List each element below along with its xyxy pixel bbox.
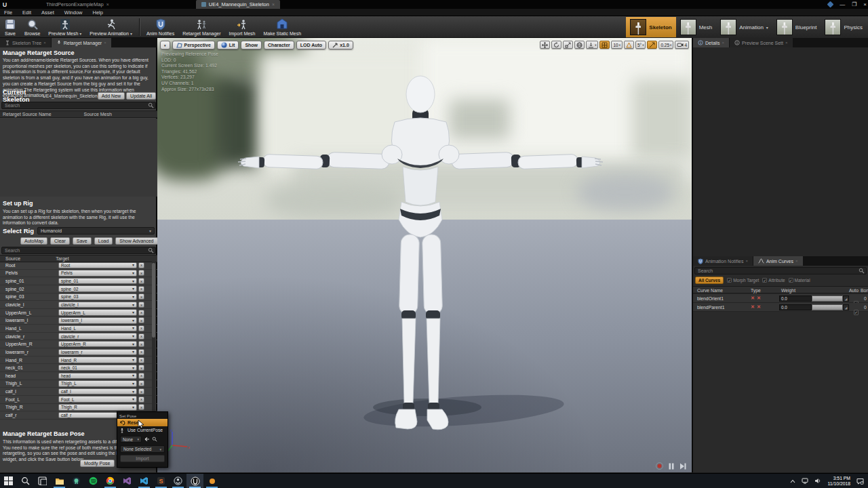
weight-input[interactable]: 0.0: [779, 304, 812, 310]
anim-notifies-button[interactable]: Anim Notifies: [142, 16, 178, 38]
close-icon[interactable]: ×: [745, 259, 748, 263]
checkbox-checked-icon[interactable]: ✓: [762, 278, 767, 283]
clear-mapping-button[interactable]: x: [138, 341, 144, 347]
save-button[interactable]: Save: [0, 16, 20, 38]
clear-button[interactable]: Clear: [50, 237, 70, 245]
obs-taskbar-icon[interactable]: [170, 474, 186, 488]
retarget-source-list[interactable]: [0, 119, 157, 197]
maximize-button[interactable]: ❐: [852, 1, 856, 7]
clear-mapping-button[interactable]: x: [138, 388, 144, 394]
help-gem-icon[interactable]: [827, 1, 834, 8]
target-bone-dropdown[interactable]: head▾: [58, 373, 137, 380]
gitkraken-taskbar-icon[interactable]: [68, 474, 85, 488]
substance-taskbar-icon[interactable]: S: [153, 474, 170, 488]
checkbox-checked-icon[interactable]: ✓: [789, 278, 793, 283]
close-icon[interactable]: ×: [722, 41, 724, 45]
spotify-taskbar-icon[interactable]: [85, 474, 102, 488]
target-bone-dropdown[interactable]: lowerarm_r▾: [58, 349, 137, 356]
menu-file[interactable]: File: [4, 9, 12, 16]
preview-mesh-button[interactable]: Preview Mesh▾: [44, 16, 85, 38]
target-bone-dropdown[interactable]: calf_l▾: [58, 388, 137, 395]
viewport-options-button[interactable]: ▾: [160, 41, 170, 49]
target-bone-dropdown[interactable]: spine_02▾: [58, 285, 137, 292]
weight-stepper[interactable]: ◢: [843, 296, 849, 302]
tray-chevron-icon[interactable]: [790, 479, 795, 483]
close-icon[interactable]: ×: [785, 41, 788, 45]
translate-tool-button[interactable]: [540, 41, 550, 49]
morph-type-icon[interactable]: ✕: [751, 296, 755, 301]
close-icon[interactable]: ×: [272, 2, 275, 7]
menu-asset[interactable]: Asset: [41, 9, 54, 16]
target-bone-dropdown[interactable]: Hand_L▾: [58, 325, 137, 332]
filter-material[interactable]: ✓Material: [789, 278, 810, 283]
surface-snap-button[interactable]: ▾: [586, 41, 598, 49]
filter-attribute[interactable]: ✓Attribute: [762, 278, 785, 283]
lit-button[interactable]: Lit: [217, 41, 239, 49]
target-bone-dropdown[interactable]: lowerarm_l▾: [58, 317, 137, 324]
scale-snap-size[interactable]: 0.25▾: [658, 41, 673, 49]
target-bone-dropdown[interactable]: Thigh_L▾: [58, 380, 137, 387]
make-static-mesh-button[interactable]: Make Static Mesh: [260, 16, 306, 38]
action-center-icon[interactable]: 7: [856, 478, 864, 485]
search-taskbar-icon[interactable]: [17, 474, 34, 488]
clear-mapping-button[interactable]: x: [138, 357, 144, 363]
close-button[interactable]: ×: [863, 1, 867, 7]
preview-animation-button[interactable]: Preview Animation▾: [85, 16, 136, 38]
menu-help[interactable]: Help: [92, 9, 102, 16]
lod-auto-button[interactable]: LOD Auto: [296, 41, 326, 49]
close-icon[interactable]: ×: [104, 41, 106, 45]
weight-input[interactable]: 0.0: [779, 296, 812, 302]
tab-thirdperson-map[interactable]: ThirdPersonExampleMap ×: [41, 0, 115, 9]
material-type-icon[interactable]: ✕: [757, 304, 761, 310]
tab-mannequin-skeleton[interactable]: UE4_Mannequin_Skeleton ×: [196, 0, 280, 9]
menu-edit[interactable]: Edit: [22, 9, 31, 16]
clear-mapping-button[interactable]: x: [138, 365, 144, 371]
clear-mapping-button[interactable]: x: [138, 270, 144, 276]
clear-mapping-button[interactable]: x: [138, 286, 144, 292]
target-bone-dropdown[interactable]: UpperArm_L▾: [58, 309, 137, 316]
perspective-button[interactable]: Perspective: [172, 41, 215, 49]
close-icon[interactable]: ×: [106, 2, 109, 7]
rotate-tool-button[interactable]: [551, 41, 561, 49]
vscode-taskbar-icon[interactable]: [136, 474, 153, 488]
taskbar-clock[interactable]: 3:51 PM 11/10/2018: [827, 476, 850, 487]
playback-speed-button[interactable]: x1.0: [328, 41, 353, 49]
clear-mapping-button[interactable]: x: [138, 317, 144, 323]
target-bone-dropdown[interactable]: clavicle_l▾: [58, 302, 137, 308]
weight-slider[interactable]: [812, 296, 843, 302]
3d-viewport[interactable]: ▾ Perspective Lit Show Character LOD Aut…: [157, 38, 692, 472]
auto-checkbox[interactable]: ✓: [854, 304, 859, 317]
character-button[interactable]: Character: [264, 41, 294, 49]
search-input[interactable]: [2, 103, 148, 108]
clear-mapping-button[interactable]: x: [138, 396, 144, 403]
grid-snap-toggle[interactable]: [599, 41, 610, 49]
clear-mapping-button[interactable]: x: [138, 333, 144, 340]
family-physics-button[interactable]: Physics: [821, 17, 867, 37]
unreal-taskbar-icon[interactable]: [186, 474, 203, 488]
weight-stepper[interactable]: ◢: [843, 304, 849, 310]
none-selected-dropdown[interactable]: None Selected ▾: [120, 445, 165, 453]
automap-button[interactable]: AutoMap: [20, 237, 47, 245]
clear-mapping-button[interactable]: x: [138, 349, 144, 355]
target-bone-dropdown[interactable]: Pelvis▾: [58, 270, 137, 277]
target-bone-dropdown[interactable]: Foot_L▾: [58, 396, 137, 403]
file-explorer-taskbar-icon[interactable]: [51, 474, 68, 488]
browse-button[interactable]: Browse: [20, 16, 44, 38]
menu-window[interactable]: Window: [64, 9, 83, 16]
world-local-toggle[interactable]: [574, 41, 585, 49]
scale-snap-toggle[interactable]: [647, 41, 657, 49]
record-button[interactable]: [656, 462, 663, 470]
update-all-button[interactable]: Update All: [126, 92, 156, 100]
clear-mapping-button[interactable]: x: [138, 262, 144, 268]
epic-taskbar-icon[interactable]: [203, 474, 220, 488]
target-bone-dropdown[interactable]: Hand_R▾: [58, 357, 137, 363]
target-bone-dropdown[interactable]: UpperArm_R▾: [58, 341, 137, 348]
select-rig-dropdown[interactable]: Humanoid ▾: [37, 227, 155, 235]
clear-mapping-button[interactable]: x: [138, 404, 144, 410]
family-skeleton-button[interactable]: Skeleton: [626, 17, 675, 37]
tab-preview-scene-settings[interactable]: Preview Scene Sett ×: [730, 38, 793, 47]
clear-mapping-button[interactable]: x: [138, 310, 144, 316]
material-type-icon[interactable]: ✕: [757, 296, 761, 301]
step-forward-button[interactable]: [679, 463, 686, 470]
scrollbar[interactable]: [152, 262, 155, 420]
